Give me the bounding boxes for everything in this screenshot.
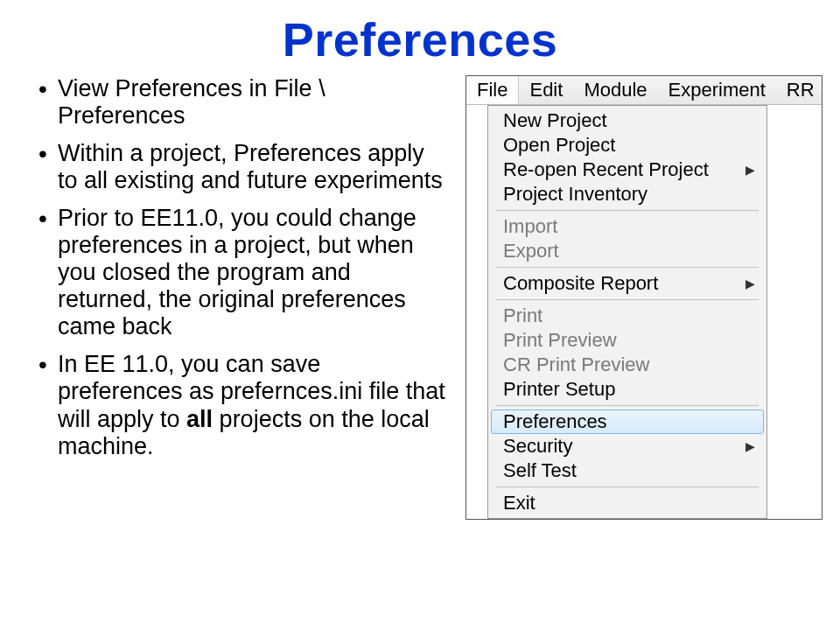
menubar-item-module[interactable]: Module (573, 76, 657, 104)
menu-item-cr-print-preview: CR Print Preview (491, 353, 764, 377)
menu-item-new-project[interactable]: New Project (491, 108, 764, 133)
menu-separator (496, 210, 759, 211)
menu-item-label: Composite Report (503, 272, 658, 295)
chevron-right-icon: ▶ (746, 276, 755, 290)
menubar-item-experiment[interactable]: Experiment (658, 76, 776, 104)
menu-item-composite-report[interactable]: Composite Report▶ (491, 271, 764, 296)
menu-separator (496, 267, 759, 268)
menu-item-label: Project Inventory (503, 183, 648, 206)
menu-item-import: Import (491, 214, 764, 239)
menu-item-label: Self Test (503, 459, 577, 482)
file-dropdown-menu: New ProjectOpen ProjectRe-open Recent Pr… (487, 105, 767, 519)
menu-item-preferences[interactable]: Preferences (491, 410, 764, 434)
bullet-item: Within a project, Preferences apply to a… (35, 140, 450, 194)
menu-item-security[interactable]: Security▶ (491, 434, 764, 458)
menu-item-label: Preferences (503, 410, 607, 433)
menu-item-label: Security (503, 435, 572, 458)
menu-item-exit[interactable]: Exit (491, 491, 764, 515)
menu-separator (496, 405, 759, 406)
bullet-item: View Preferences in File \ Preferences (35, 75, 450, 130)
menubar: FileEditModuleExperimentRR (466, 76, 822, 105)
menu-item-label: New Project (503, 109, 607, 132)
bullet-text: Prior to EE11.0, you could change prefer… (58, 205, 416, 340)
chevron-right-icon: ▶ (746, 439, 755, 453)
menu-item-self-test[interactable]: Self Test (491, 458, 764, 483)
menu-item-label: CR Print Preview (503, 354, 649, 376)
bullet-item: Prior to EE11.0, you could change prefer… (35, 205, 450, 340)
bullet-text: Within a project, Preferences apply to a… (58, 140, 443, 193)
menu-item-label: Print (503, 304, 542, 327)
menubar-item-file[interactable]: File (466, 76, 519, 104)
menubar-item-edit[interactable]: Edit (519, 76, 573, 104)
menu-item-project-inventory[interactable]: Project Inventory (491, 182, 764, 206)
menu-item-re-open-recent-project[interactable]: Re-open Recent Project▶ (491, 158, 764, 182)
menu-item-label: Export (503, 240, 559, 262)
menu-item-label: Open Project (503, 134, 615, 157)
menu-item-label: Printer Setup (503, 378, 615, 401)
menu-screenshot: FileEditModuleExperimentRR New ProjectOp… (458, 75, 822, 520)
menu-item-print: Print (491, 304, 764, 328)
menu-item-label: Re-open Recent Project (503, 158, 709, 181)
menu-item-export: Export (491, 239, 764, 263)
menu-item-printer-setup[interactable]: Printer Setup (491, 377, 764, 402)
menu-item-open-project[interactable]: Open Project (491, 133, 764, 158)
bullet-list: View Preferences in File \ PreferencesWi… (35, 75, 458, 520)
bullet-text-bold: all (186, 406, 213, 432)
menu-item-label: Print Preview (503, 329, 617, 352)
menu-item-print-preview: Print Preview (491, 328, 764, 353)
menu-separator (496, 299, 759, 300)
chevron-right-icon: ▶ (746, 163, 755, 177)
menu-separator (496, 486, 759, 487)
menu-item-label: Exit (503, 492, 536, 514)
bullet-item: In EE 11.0, you can save preferences as … (35, 351, 450, 459)
menu-item-label: Import (503, 215, 557, 238)
slide-content: View Preferences in File \ PreferencesWi… (0, 75, 840, 520)
slide-title: Preferences (0, 0, 840, 75)
bullet-text: View Preferences in File \ Preferences (58, 75, 326, 129)
menubar-item-rr[interactable]: RR (776, 76, 825, 104)
